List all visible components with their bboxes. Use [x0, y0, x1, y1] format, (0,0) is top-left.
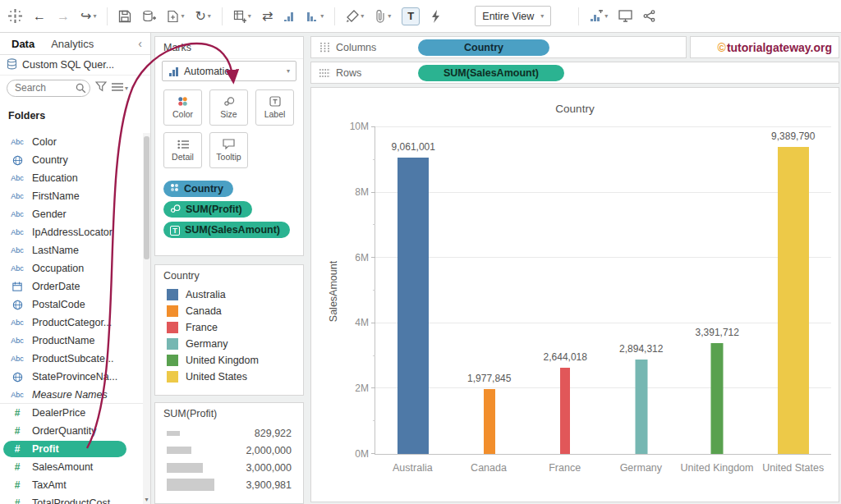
field-measure-names[interactable]: AbcMeasure Names	[0, 386, 143, 404]
sort-descending-button[interactable]: ▾	[306, 10, 324, 22]
marks-pill-sum-salesamount[interactable]: TSUM(SalesAmount)	[163, 222, 290, 238]
size-legend-item[interactable]: 3,900,981	[155, 476, 303, 493]
lightning-icon[interactable]	[430, 10, 441, 23]
folders-heading: Folders	[0, 100, 150, 126]
size-legend-item[interactable]: 2,000,000	[155, 442, 303, 459]
label-button[interactable]: Label	[255, 89, 294, 126]
size-legend-item[interactable]: 829,922	[155, 424, 303, 442]
legend-item-canada[interactable]: Canada	[155, 303, 303, 319]
redo-button[interactable]: ↪▾	[80, 10, 96, 23]
show-mark-labels-button[interactable]: T	[402, 7, 420, 25]
format-attach-button[interactable]: ▾	[375, 10, 391, 23]
toolbar-separator	[578, 7, 579, 25]
legend-item-australia[interactable]: Australia	[155, 286, 303, 303]
field-salesamount[interactable]: #SalesAmount	[0, 458, 143, 476]
back-button[interactable]: ←	[33, 10, 46, 23]
field-label: ProductSubcate...	[32, 353, 113, 364]
y-axis: 0M2M4M6M8M10M	[342, 127, 372, 455]
search-input-wrap	[7, 80, 90, 97]
color-button[interactable]: Color	[163, 89, 202, 126]
datasource-item[interactable]: Custom SQL Quer...	[0, 55, 150, 76]
add-worksheet-button[interactable]: ▾	[233, 10, 251, 23]
scrollbar-down-icon[interactable]: ▾	[143, 496, 150, 503]
fields-scrollbar[interactable]: ▾	[143, 133, 150, 504]
field-gender[interactable]: AbcGender	[0, 205, 143, 223]
field-productcategor[interactable]: AbcProductCategor...	[0, 314, 143, 332]
field-dealerprice[interactable]: #DealerPrice	[0, 404, 143, 422]
highlight-button[interactable]: ▾	[346, 10, 364, 23]
collapse-pane-icon[interactable]: ‹	[133, 37, 147, 50]
rows-shelf[interactable]: Rows SUM(SalesAmount)	[310, 62, 839, 84]
field-education[interactable]: AbcEducation	[0, 169, 143, 187]
mark-type-dropdown[interactable]: Automatic ▾	[162, 61, 296, 81]
new-datasource-button[interactable]	[142, 10, 156, 23]
scrollbar-thumb[interactable]	[144, 136, 149, 259]
chevron-down-icon: ▾	[287, 67, 290, 75]
bar-united-states[interactable]	[778, 147, 809, 454]
field-ipaddresslocator[interactable]: AbcIpAddressLocator	[0, 223, 143, 241]
columns-pill-country[interactable]: Country	[418, 39, 549, 56]
view-options-icon[interactable]: ▾	[112, 83, 128, 93]
tab-analytics[interactable]: Analytics	[43, 38, 102, 50]
rows-pill-salesamount[interactable]: SUM(SalesAmount)	[418, 65, 564, 81]
field-label: Color	[32, 136, 57, 148]
rows-icon	[319, 68, 330, 78]
tableau-logo-icon	[8, 9, 22, 23]
new-file-button[interactable]: ▾	[167, 10, 184, 23]
bar-australia[interactable]	[398, 158, 429, 454]
abc-icon: Abc	[8, 174, 26, 182]
x-axis-label: Canada	[451, 462, 527, 475]
size-button[interactable]: Size	[209, 89, 248, 126]
bar-united-kingdom[interactable]	[711, 343, 724, 454]
columns-shelf[interactable]: Columns Country	[310, 36, 687, 58]
bar-germany[interactable]	[635, 360, 647, 454]
field-productname[interactable]: AbcProductName	[0, 332, 143, 350]
field-orderdate[interactable]: OrderDate	[0, 277, 143, 296]
size-icon	[170, 204, 181, 216]
marks-pill-sum-profit[interactable]: SUM(Profit)	[163, 201, 252, 218]
bar-france[interactable]	[560, 368, 570, 454]
label-icon	[269, 96, 281, 107]
field-firstname[interactable]: AbcFirstName	[0, 187, 143, 205]
field-productsubcate[interactable]: AbcProductSubcate...	[0, 350, 143, 368]
plot-area: 9,061,0011,977,8452,644,0182,894,3123,39…	[375, 127, 831, 455]
detail-icon	[177, 140, 189, 149]
legend-item-france[interactable]: France	[155, 319, 303, 336]
calendar-icon	[8, 282, 26, 291]
legend-swatch	[167, 371, 178, 383]
tab-data[interactable]: Data	[3, 38, 43, 50]
show-me-button[interactable]: ▾	[590, 10, 608, 22]
forward-button[interactable]: →	[57, 10, 70, 23]
field-totalproductcost[interactable]: #TotalProductCost	[0, 494, 143, 504]
share-button[interactable]	[643, 10, 655, 22]
field-profit[interactable]: #Profit	[3, 441, 126, 457]
marks-pill-country[interactable]: Country	[163, 181, 233, 197]
legend-item-united-kingdom[interactable]: United Kingdom	[155, 352, 303, 369]
y-tick-label: 0M	[355, 448, 369, 460]
field-lastname[interactable]: AbcLastName	[0, 241, 143, 259]
refresh-button[interactable]: ↻▾	[195, 10, 210, 23]
field-color[interactable]: AbcColor	[0, 133, 143, 151]
bar-canada[interactable]	[484, 389, 495, 454]
presentation-mode-button[interactable]	[618, 10, 632, 22]
field-orderquantity[interactable]: #OrderQuantity	[0, 422, 143, 440]
legend-item-united-states[interactable]: United States	[155, 369, 303, 385]
swap-axes-button[interactable]: ⇄	[262, 10, 273, 23]
field-taxamt[interactable]: #TaxAmt	[0, 476, 143, 494]
detail-button[interactable]: Detail	[163, 132, 202, 168]
fit-selector[interactable]: Entire View ▾	[475, 6, 551, 26]
toolbar-separator	[107, 7, 108, 25]
save-button[interactable]	[118, 10, 131, 23]
size-legend-item[interactable]: 3,000,000	[155, 459, 303, 476]
legend-item-germany[interactable]: Germany	[155, 336, 303, 352]
bar-value-label: 3,391,712	[696, 327, 739, 338]
tooltip-button[interactable]: Tooltip	[209, 132, 248, 168]
hash-icon: #	[8, 479, 26, 491]
filter-fields-icon[interactable]	[95, 81, 107, 94]
sort-ascending-button[interactable]	[283, 10, 296, 22]
field-occupation[interactable]: AbcOccupation	[0, 259, 143, 277]
field-stateprovincena[interactable]: StateProvinceNa...	[0, 368, 143, 386]
field-country[interactable]: Country	[0, 151, 143, 169]
size-bar	[167, 431, 180, 436]
field-postalcode[interactable]: PostalCode	[0, 296, 143, 314]
